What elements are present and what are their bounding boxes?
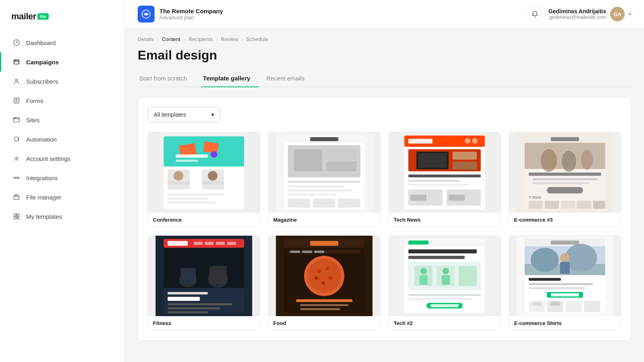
svg-point-119 [322,282,325,285]
svg-rect-101 [168,297,200,301]
sidebar-item-sites[interactable]: Sites [0,110,124,130]
tab-template-gallery[interactable]: Template gallery [201,71,258,87]
filter-label: All templates [154,111,186,118]
template-thumb-ecommerce-3: T-Shirts [509,132,621,213]
breadcrumb-review[interactable]: Review [221,36,238,42]
page-title: Email design [138,48,631,63]
breadcrumb-sep-4: › [242,36,243,42]
svg-rect-122 [300,304,349,306]
svg-point-5 [14,118,15,118]
sites-icon [12,116,21,124]
svg-rect-56 [472,138,478,144]
template-label-fitness: Fitness [148,316,260,330]
svg-rect-94 [227,242,236,245]
svg-rect-61 [453,162,477,170]
svg-rect-91 [194,242,203,245]
user-menu[interactable]: Gediminas Andrijaitis gediminas@mailerli… [549,7,631,21]
template-card-tech-news[interactable]: Tech News [388,132,501,227]
svg-rect-63 [409,180,461,182]
svg-rect-33 [168,193,224,195]
logo-text: mailer [11,11,36,22]
svg-point-28 [174,171,184,181]
svg-rect-160 [584,301,601,312]
template-card-tech-2[interactable]: Tech #2 [388,235,501,331]
svg-point-117 [315,276,318,280]
breadcrumb-recipients[interactable]: Recipients [188,36,213,42]
svg-point-75 [562,151,576,172]
sidebar-item-my-templates[interactable]: My templates [0,207,124,226]
svg-rect-62 [409,175,481,177]
tab-start-from-scratch[interactable]: Start from scratch [138,71,195,87]
svg-point-74 [541,149,557,172]
breadcrumb-content[interactable]: Content [162,36,180,42]
filter-dropdown[interactable]: All templates ▾ [148,107,220,122]
topbar: The Remote Company Advanced plan Gedimin… [125,0,644,28]
logo-badge: lite [37,13,49,20]
sidebar-item-subscribers-label: Subscribers [26,78,58,85]
template-thumb-ecommerce-shirt [509,236,621,316]
svg-rect-92 [205,242,214,245]
sidebar-item-campaigns[interactable]: Campaigns [0,52,124,72]
template-thumb-food [268,236,380,316]
svg-rect-86 [593,201,605,209]
svg-rect-55 [465,138,471,144]
svg-rect-110 [290,251,300,253]
sidebar-item-my-templates-label: My templates [26,213,62,220]
sidebar-item-integrations[interactable]: Integrations [0,168,124,187]
svg-point-115 [318,269,322,273]
template-card-food[interactable]: Food [268,235,380,331]
svg-rect-72 [551,137,579,141]
svg-rect-29 [168,181,190,185]
svg-point-2 [15,79,17,81]
template-card-ecommerce-3[interactable]: T-Shirts E-commerce #3 [509,132,621,227]
svg-point-120 [318,278,321,280]
breadcrumb-schedule[interactable]: Schedule [246,36,268,42]
template-card-ecommerce-shirt[interactable]: E-commerce Shirts [509,235,621,331]
svg-rect-82 [529,201,543,209]
svg-rect-32 [202,181,224,185]
sidebar-item-account-settings[interactable]: Account settings [0,149,124,168]
svg-rect-135 [420,275,428,285]
breadcrumb: Details › Content › Recipients › Review … [138,28,631,48]
svg-rect-44 [288,181,361,183]
svg-rect-49 [313,199,335,208]
dropdown-chevron-icon: ▾ [211,111,214,118]
template-thumb-magazine [268,132,380,213]
sidebar-item-subscribers[interactable]: Subscribers [0,72,124,91]
template-card-conference[interactable]: Conference [148,132,260,227]
sidebar-item-dashboard[interactable]: Dashboard [0,33,124,52]
files-icon [12,193,21,201]
sidebar-item-file-manager-label: File manager [26,194,62,201]
company-info: The Remote Company Advanced plan [138,6,223,23]
topbar-right: Gediminas Andrijaitis gediminas@mailerli… [528,7,631,21]
sidebar-item-automation[interactable]: Automation [0,130,124,149]
svg-rect-156 [551,293,579,296]
automation-icon [12,135,21,143]
svg-point-114 [308,259,341,293]
svg-rect-99 [209,266,227,284]
svg-rect-152 [529,278,561,281]
dashboard-icon [12,39,21,47]
tab-recent-emails[interactable]: Recent emails [265,71,313,87]
templates-grid: Conference [148,132,621,331]
breadcrumb-details[interactable]: Details [138,36,154,42]
svg-rect-129 [409,256,465,259]
svg-rect-14 [17,217,19,219]
template-card-magazine[interactable]: Magazine [268,132,380,227]
svg-rect-154 [529,287,585,289]
sidebar-item-forms[interactable]: Forms [0,91,124,110]
sidebar-item-file-manager[interactable]: File manager [0,187,124,207]
notifications-button[interactable] [528,7,542,21]
svg-rect-108 [310,241,339,246]
svg-rect-95 [164,248,244,288]
svg-rect-141 [431,304,459,307]
template-label-ecommerce-shirt: E-commerce Shirts [509,316,621,330]
svg-rect-85 [577,201,591,209]
svg-point-8 [14,177,15,179]
svg-point-136 [443,268,449,274]
svg-rect-13 [14,217,16,219]
svg-rect-48 [288,199,310,208]
template-card-fitness[interactable]: Fitness [148,235,260,331]
svg-rect-67 [411,195,427,201]
breadcrumb-sep-3: › [216,36,218,42]
